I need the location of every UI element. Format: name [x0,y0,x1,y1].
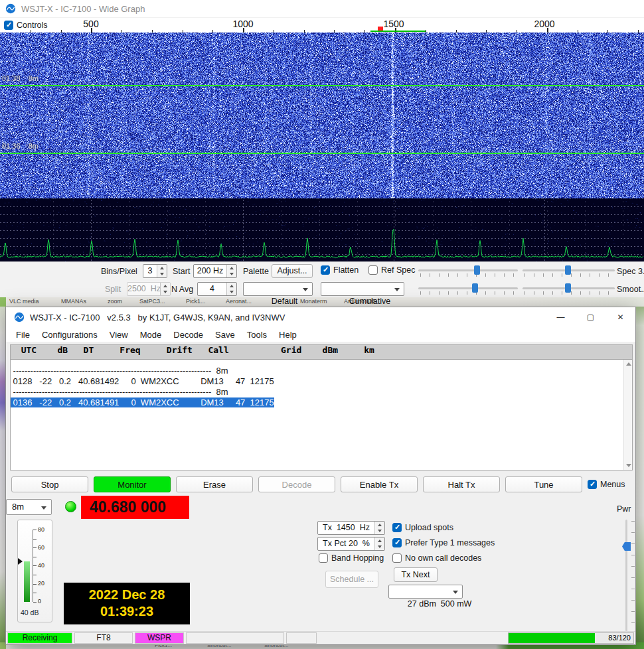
desktop-icon-label[interactable]: MMANAs [61,298,86,305]
pwr-slider[interactable] [621,518,637,632]
decode-separator-row: ----------------------------------------… [11,387,623,397]
schedule-button[interactable]: Schedule ... [325,571,378,588]
pwr-label: Pwr [617,504,631,514]
decode-row[interactable]: 0128 -22 0.2 40.681492 0 WM2XCC DM13 47 … [11,376,623,387]
signal-meter: 80 60 40 20 0 40 dB [17,520,52,622]
decode-button[interactable]: Decode [258,476,335,492]
slider-handle[interactable] [472,283,478,293]
menu-view[interactable]: View [104,328,134,341]
checkbox-checked-icon [588,480,597,489]
n-avg-spinner[interactable]: 4 [197,282,237,296]
meter-ticks [33,530,37,603]
screen: VLC media MMANAs zoom SatPC3... Pick1...… [0,0,644,649]
desktop-icon-label[interactable]: zoom [108,298,122,305]
start-label: Start [173,267,190,276]
waterfall-display[interactable] [0,33,644,261]
main-titlebar[interactable]: WSJT-X - IC-7100 v2.5.3 by K1JT, G4WJS, … [6,307,635,327]
slider-handle[interactable] [565,265,571,275]
monitor-button[interactable]: Monitor [94,476,171,492]
close-icon[interactable]: ✕ [605,307,635,327]
menus-checkbox[interactable]: Menus [588,480,630,489]
waterfall-gain-slider[interactable] [418,264,518,278]
minimize-icon[interactable]: — [546,307,576,327]
rx-progress-bar: 83/120 [508,632,634,644]
menu-save[interactable]: Save [209,328,241,341]
tx-pct-spinner[interactable]: Tx Pct 20 % [317,537,385,551]
receive-led-icon [65,501,76,512]
tx-freq-spinner[interactable]: Tx 1450 Hz [317,521,385,535]
frequency-scale: Controls 500 1000 1500 2000 [0,18,644,33]
tune-button[interactable]: Tune [505,476,582,492]
decode-row-selected[interactable]: 0136 -22 0.2 40.681491 0 WM2XCC DM13 47 … [11,397,623,408]
checkbox-unchecked-icon [368,265,378,275]
menu-decode[interactable]: Decode [167,328,209,341]
bins-pixel-label: Bins/Pixel [101,267,137,276]
flatten-checkbox[interactable]: Flatten [321,265,359,275]
scroll-up-icon[interactable] [626,362,631,366]
main-window: WSJT-X - IC-7100 v2.5.3 by K1JT, G4WJS, … [5,307,636,645]
band-hopping-checkbox[interactable]: Band Hopping [319,553,384,563]
start-freq-spinner[interactable]: 200 Hz [193,264,237,278]
smooth-label: Smoot... [617,285,644,294]
spectrum-gain-slider[interactable] [418,282,518,296]
enable-tx-button[interactable]: Enable Tx [341,476,418,492]
slider-track [625,520,627,631]
status-bar: Receiving FT8 WSPR 83/120 [6,631,635,644]
slider-handle[interactable] [622,542,631,551]
spinner-arrows-icon [160,283,170,295]
rx-range-bracket [370,31,426,32]
menu-configurations[interactable]: Configurations [36,328,104,341]
checkbox-checked-icon [321,265,330,275]
rx-gain-label: 40 dB [21,609,39,616]
stop-button[interactable]: Stop [11,476,88,492]
spectrum-zero-slider[interactable] [523,282,615,296]
scroll-down-icon[interactable] [626,464,631,467]
checkbox-unchecked-icon [392,553,402,563]
adjust-palette-button[interactable]: Adjust... [272,264,313,278]
meter-scale-label: 0 [38,598,41,605]
desktop-icon-label[interactable]: VLC media [9,298,39,305]
ref-spec-checkbox[interactable]: Ref Spec [368,265,415,275]
wide-graph-window: WSJT-X - IC-7100 - Wide Graph Controls 5… [0,0,644,297]
desktop-icon-label[interactable]: Monaterm [300,298,327,305]
band-select-combo[interactable]: 8m [6,499,52,515]
tx-next-button[interactable]: Tx Next [394,567,438,582]
halt-tx-button[interactable]: Halt Tx [423,476,500,492]
tx-power-combo[interactable]: 27 dBm 500 mW [388,585,463,599]
waterfall-area: 01:38 8m 01:36 8m [0,33,644,261]
menu-file[interactable]: File [10,328,36,341]
frequency-display: 40.680 000 [81,496,189,519]
checkbox-unchecked-icon [319,553,328,563]
desktop-icon-label[interactable]: SatPC3... [139,298,165,305]
main-window-title: WSJT-X - IC-7100 v2.5.3 by K1JT, G4WJS, … [30,313,285,323]
decode-separator-row: ----------------------------------------… [11,366,623,376]
decode-table-header: UTC dB DT Freq Drift Call Grid dBm km [11,345,632,360]
prefer-type1-checkbox[interactable]: Prefer Type 1 messages [392,538,495,547]
spinner-arrows-icon[interactable] [226,283,236,295]
menu-tools[interactable]: Tools [241,328,273,341]
decode-table-body: ----------------------------------------… [11,360,623,470]
upload-spots-checkbox[interactable]: Upload spots [392,523,453,532]
bins-pixel-spinner[interactable]: 3 [143,264,167,278]
display-mode-combo[interactable]: Cumulative [321,282,404,296]
menu-help[interactable]: Help [273,328,303,341]
decode-table: UTC dB DT Freq Drift Call Grid dBm km --… [10,344,633,470]
maximize-icon[interactable]: ▢ [576,307,605,327]
spinner-arrows-icon[interactable] [374,522,384,534]
menu-mode[interactable]: Mode [134,328,168,341]
desktop-icon-label[interactable]: Pick1... [186,298,206,305]
decode-scrollbar[interactable] [623,360,632,470]
spinner-arrows-icon[interactable] [374,538,384,550]
erase-button[interactable]: Erase [176,476,253,492]
palette-combo[interactable]: Default [243,282,313,296]
wide-graph-titlebar[interactable]: WSJT-X - IC-7100 - Wide Graph [0,0,644,18]
meter-bar [24,561,30,602]
slider-handle[interactable] [474,265,480,275]
no-own-call-checkbox[interactable]: No own call decodes [392,553,481,563]
slider-handle[interactable] [565,283,571,293]
spinner-arrows-icon[interactable] [157,265,167,277]
waterfall-zero-slider[interactable] [523,264,615,278]
frequency-tick-marks [0,27,644,33]
spinner-arrows-icon[interactable] [226,265,236,277]
status-tx-mode: WSPR [135,632,184,644]
